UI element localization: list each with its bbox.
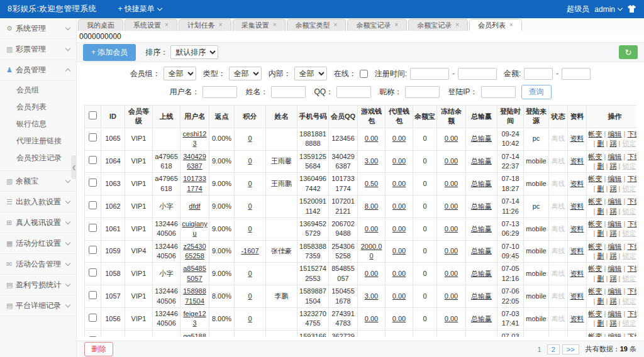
- op-下级-link[interactable]: 下级: [627, 243, 636, 250]
- op-下级-link[interactable]: 下级: [627, 153, 636, 160]
- username-link[interactable]: ceshi123: [183, 130, 207, 147]
- agent-wallet-link[interactable]: 0.00: [392, 157, 406, 165]
- tab-close-icon[interactable]: ×: [219, 22, 223, 28]
- op-帐变-link[interactable]: 帐变: [589, 153, 602, 160]
- tab-我的桌面[interactable]: 我的桌面: [78, 19, 123, 31]
- op-锁定-link[interactable]: 锁定: [622, 207, 636, 215]
- total-winloss-link[interactable]: 总输赢: [471, 247, 492, 255]
- tab-采集设置[interactable]: 采集设置×: [233, 19, 286, 31]
- points-link[interactable]: 0: [248, 180, 252, 187]
- op-锁定-link[interactable]: 锁定: [622, 140, 636, 147]
- total-winloss-link[interactable]: 总输赢: [471, 270, 492, 277]
- row-checkbox[interactable]: [89, 291, 97, 299]
- page-button-1[interactable]: 1: [535, 345, 545, 354]
- agent-wallet-link[interactable]: 0.00: [392, 225, 406, 233]
- row-checkbox[interactable]: [89, 224, 97, 232]
- profile-link[interactable]: 资料: [570, 157, 584, 165]
- frozen-link[interactable]: 0.00: [445, 247, 458, 255]
- op-帐变-link[interactable]: 帐变: [589, 130, 602, 138]
- profile-link[interactable]: 资料: [570, 270, 584, 277]
- tab-计划任务[interactable]: 计划任务×: [179, 19, 231, 31]
- username-link[interactable]: 15898871504: [183, 287, 206, 304]
- username-input[interactable]: [203, 86, 237, 98]
- op-锁定-link[interactable]: 锁定: [622, 252, 636, 260]
- username-link[interactable]: qq518888: [183, 332, 206, 337]
- op-删-link[interactable]: 删: [597, 229, 604, 237]
- op-踢-link[interactable]: 踢: [609, 162, 616, 170]
- op-删-link[interactable]: 删: [597, 319, 604, 327]
- op-下级-link[interactable]: 下级: [627, 287, 636, 295]
- game-wallet-link[interactable]: 0.00: [365, 270, 378, 277]
- amount-to-input[interactable]: [562, 68, 591, 80]
- op-编辑-link[interactable]: 编辑: [608, 130, 622, 138]
- name-input[interactable]: [271, 86, 306, 98]
- game-wallet-link[interactable]: 0.00: [365, 225, 378, 233]
- game-wallet-link[interactable]: 0.00: [365, 135, 378, 142]
- frozen-link[interactable]: 0.00: [445, 135, 458, 142]
- op-帐变-link[interactable]: 帐变: [589, 243, 602, 250]
- agent-wallet-link[interactable]: 0.00: [392, 270, 406, 277]
- quick-menu-button[interactable]: + 快捷菜单: [118, 4, 161, 14]
- op-删-link[interactable]: 删: [597, 162, 604, 170]
- op-编辑-link[interactable]: 编辑: [608, 310, 622, 317]
- op-踢-link[interactable]: 踢: [609, 140, 616, 147]
- total-winloss-link[interactable]: 总输赢: [471, 180, 492, 187]
- op-下级-link[interactable]: 下级: [627, 310, 636, 317]
- op-踢-link[interactable]: 踢: [609, 252, 616, 260]
- op-帐变-link[interactable]: 帐变: [589, 332, 602, 337]
- row-checkbox[interactable]: [89, 314, 97, 322]
- amount-from-input[interactable]: [524, 68, 553, 80]
- frozen-link[interactable]: 0.00: [445, 270, 458, 277]
- op-锁定-link[interactable]: 锁定: [622, 162, 636, 170]
- op-锁定-link[interactable]: 锁定: [622, 319, 636, 327]
- op-下级-link[interactable]: 下级: [627, 332, 636, 337]
- sidebar-item-真人视讯设置[interactable]: ⊞真人视讯设置: [0, 212, 76, 233]
- op-帐变-link[interactable]: 帐变: [589, 287, 602, 295]
- tab-close-icon[interactable]: ×: [394, 22, 398, 28]
- op-踢-link[interactable]: 踢: [609, 275, 616, 282]
- sidebar-item-系统管理[interactable]: ⚙系统管理: [0, 18, 76, 39]
- sidebar-item-活动公告管理[interactable]: ✉活动公告管理: [0, 254, 76, 275]
- op-删-link[interactable]: 删: [597, 297, 604, 305]
- sidebar-item-余额宝[interactable]: ▥余额宝: [0, 171, 76, 192]
- op-编辑-link[interactable]: 编辑: [608, 243, 622, 250]
- op-帐变-link[interactable]: 帐变: [589, 265, 602, 272]
- tab-系统设置[interactable]: 系统设置×: [125, 19, 177, 31]
- frozen-link[interactable]: 0.00: [445, 225, 458, 233]
- sidebar-subitem-会员投注记录[interactable]: 会员投注记录: [0, 150, 76, 167]
- username-link[interactable]: 3404296387: [183, 153, 206, 170]
- agent-wallet-link[interactable]: 0.00: [392, 292, 406, 300]
- op-帐变-link[interactable]: 帐变: [589, 175, 602, 182]
- op-踢-link[interactable]: 踢: [609, 319, 616, 327]
- refresh-button[interactable]: ↻: [619, 45, 638, 59]
- page-button-2[interactable]: 2: [547, 344, 560, 354]
- profile-link[interactable]: 资料: [570, 135, 584, 142]
- tab-close-icon[interactable]: ×: [165, 22, 169, 28]
- game-wallet-link[interactable]: 0.00: [365, 315, 378, 322]
- tab-close-icon[interactable]: ×: [334, 22, 338, 28]
- op-踢-link[interactable]: 踢: [609, 297, 616, 305]
- row-checkbox[interactable]: [89, 268, 97, 277]
- game-wallet-link[interactable]: 8.00: [365, 202, 378, 210]
- sidebar-subitem-会员列表[interactable]: 会员列表: [0, 99, 76, 116]
- frozen-link[interactable]: 0.00: [445, 292, 458, 300]
- op-编辑-link[interactable]: 编辑: [608, 332, 622, 337]
- agent-wallet-link[interactable]: 0.00: [392, 315, 406, 322]
- points-link[interactable]: 0: [248, 270, 252, 277]
- row-checkbox[interactable]: [89, 336, 97, 338]
- regtime-to-input[interactable]: [458, 68, 497, 80]
- sidebar-item-活动分红设置[interactable]: ▦活动分红设置: [0, 233, 76, 254]
- agent-wallet-link[interactable]: 0.00: [392, 247, 406, 255]
- tab-会员列表[interactable]: 会员列表×: [469, 19, 522, 31]
- tab-余额宝类型[interactable]: 余额宝类型×: [287, 19, 347, 31]
- agent-wallet-link[interactable]: 0.00: [392, 202, 406, 210]
- game-wallet-link[interactable]: 0.50: [365, 180, 378, 187]
- sidebar-item-平台详细记录[interactable]: ▤平台详细记录: [0, 295, 76, 316]
- profile-link[interactable]: 资料: [570, 315, 584, 322]
- game-wallet-link[interactable]: 3.00: [365, 157, 378, 165]
- total-winloss-link[interactable]: 总输赢: [471, 157, 492, 165]
- sidebar-subitem-代理注册链接[interactable]: 代理注册链接: [0, 133, 76, 150]
- op-删-link[interactable]: 删: [597, 252, 604, 260]
- profile-link[interactable]: 资料: [570, 292, 584, 300]
- op-踢-link[interactable]: 踢: [609, 185, 616, 192]
